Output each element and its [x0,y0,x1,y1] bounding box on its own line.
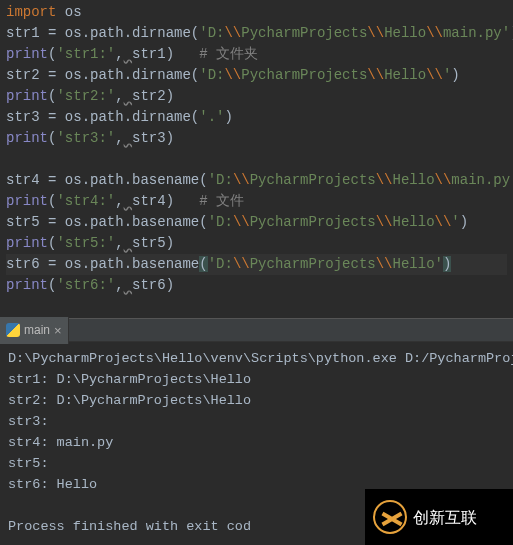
code-editor[interactable]: import osstr1 = os.path.dirname('D:\\Pyc… [0,0,513,298]
tab-main[interactable]: main × [0,317,69,344]
code-line[interactable]: str5 = os.path.basename('D:\\PycharmProj… [6,212,507,233]
code-line[interactable]: str3 = os.path.dirname('.') [6,107,507,128]
code-line[interactable]: str4 = os.path.basename('D:\\PycharmProj… [6,170,507,191]
watermark: 创新互联 [365,489,513,545]
console-line: str4: main.py [8,432,505,453]
watermark-text: 创新互联 [413,507,477,528]
tab-label: main [24,320,50,341]
code-line[interactable]: print('str4:', str4) # 文件 [6,191,507,212]
code-line[interactable]: print('str1:', str1) # 文件夹 [6,44,507,65]
code-line[interactable]: str1 = os.path.dirname('D:\\PycharmProje… [6,23,507,44]
console-line: str1: D:\PycharmProjects\Hello [8,369,505,390]
console-line: str3: [8,411,505,432]
code-line[interactable]: print('str2:', str2) [6,86,507,107]
code-line[interactable]: print('str3:', str3) [6,128,507,149]
code-line[interactable]: import os [6,2,507,23]
watermark-logo-icon [373,500,407,534]
code-line[interactable] [6,149,507,170]
tab-bar: main × [0,318,513,342]
code-line[interactable]: print('str5:', str5) [6,233,507,254]
console-line: str5: [8,453,505,474]
console-line: str2: D:\PycharmProjects\Hello [8,390,505,411]
code-line[interactable]: str2 = os.path.dirname('D:\\PycharmProje… [6,65,507,86]
close-icon[interactable]: × [54,320,62,341]
code-line[interactable]: print('str6:', str6) [6,275,507,296]
console-line: D:\PycharmProjects\Hello\venv\Scripts\py… [8,348,505,369]
code-line[interactable]: str6 = os.path.basename('D:\\PycharmProj… [6,254,507,275]
python-icon [6,323,20,337]
